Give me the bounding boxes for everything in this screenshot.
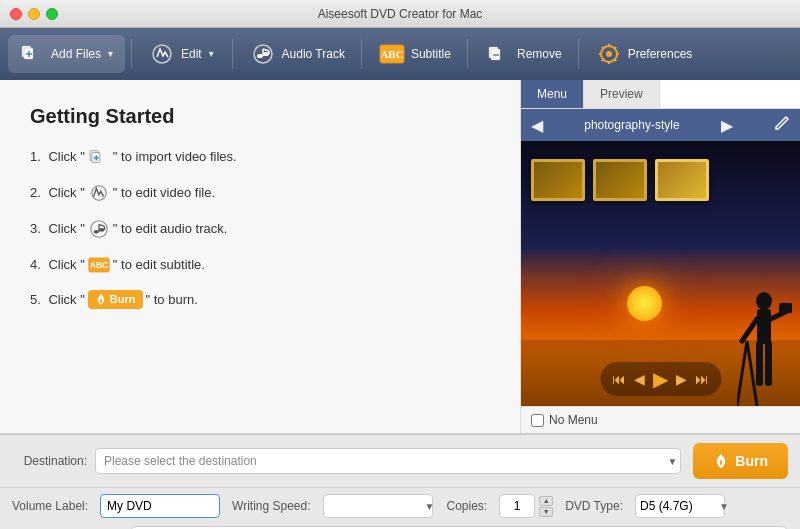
remove-icon (484, 40, 512, 68)
remove-label: Remove (517, 47, 562, 61)
main-content: Getting Started 1. Click " " to import v… (0, 80, 800, 434)
skip-forward-control[interactable]: ⏭ (695, 371, 709, 387)
copies-increment[interactable]: ▲ (539, 496, 553, 506)
preferences-label: Preferences (628, 47, 693, 61)
toolbar-divider-4 (467, 39, 468, 69)
svg-line-34 (99, 224, 104, 226)
subtitle-icon: ABC (378, 40, 406, 68)
preview-scene: ⏮ ◀ ▶ ▶ ⏭ (521, 141, 800, 406)
getting-started-title: Getting Started (30, 105, 490, 128)
rewind-control[interactable]: ◀ (634, 371, 645, 387)
step-4-prefix: Click " (45, 256, 85, 274)
burn-badge: Burn (88, 290, 143, 309)
destination-label: Destination: (12, 454, 87, 468)
play-control[interactable]: ▶ (653, 367, 668, 391)
copies-decrement[interactable]: ▼ (539, 507, 553, 517)
svg-point-30 (92, 186, 106, 200)
preview-image-area: ⏮ ◀ ▶ ▶ ⏭ (521, 141, 800, 406)
add-files-label: Add Files (51, 47, 101, 61)
svg-point-36 (99, 228, 104, 232)
svg-point-10 (263, 52, 269, 56)
step-2-suffix: " to edit video file. (113, 184, 215, 202)
getting-started-panel: Getting Started 1. Click " " to import v… (0, 80, 520, 433)
subtitle-button[interactable]: ABC Subtitle (368, 36, 461, 72)
add-files-icon (18, 40, 46, 68)
svg-rect-40 (757, 309, 771, 344)
step-3-num: 3. (30, 220, 41, 238)
burn-flame-icon (713, 453, 729, 469)
step-5-num: 5. (30, 291, 41, 309)
step-4-icon: ABC (88, 254, 110, 276)
no-menu-label: No Menu (549, 413, 598, 427)
volume-label: Volume Label: (12, 499, 88, 513)
step-1-icon (88, 146, 110, 168)
photographer-silhouette (737, 291, 792, 406)
maximize-button[interactable] (46, 8, 58, 20)
sun (627, 286, 662, 321)
svg-rect-41 (756, 341, 763, 386)
edit-icon (148, 40, 176, 68)
step-1-num: 1. (30, 148, 41, 166)
tab-menu[interactable]: Menu (521, 80, 584, 108)
minimize-button[interactable] (28, 8, 40, 20)
step-4-num: 4. (30, 256, 41, 274)
preview-nav: ◀ photography-style ▶ (521, 109, 800, 141)
step-1: 1. Click " " to import video files. (30, 146, 490, 168)
step-3: 3. Click " " to edit audio track. (30, 218, 490, 240)
no-menu-row: No Menu (521, 406, 800, 433)
title-bar: Aiseesoft DVD Creator for Mac (0, 0, 800, 28)
window-controls (10, 8, 58, 20)
nav-prev-arrow[interactable]: ◀ (531, 116, 543, 135)
toolbar-divider-3 (361, 39, 362, 69)
preview-panel: Menu Preview ◀ photography-style ▶ (520, 80, 800, 433)
nav-next-arrow[interactable]: ▶ (721, 116, 733, 135)
step-5-suffix: " to burn. (146, 291, 198, 309)
burn-button[interactable]: Burn (693, 443, 788, 479)
capacity-row: Estimated Capacity: 0.5GB 1G 1.5GB 2GB 2… (0, 524, 800, 529)
svg-point-39 (756, 292, 772, 310)
svg-rect-42 (765, 341, 772, 386)
svg-line-47 (747, 341, 757, 406)
step-5-prefix: Click " (45, 291, 85, 309)
svg-point-32 (93, 230, 98, 234)
add-files-button[interactable]: Add Files ▼ (8, 35, 125, 73)
svg-line-46 (737, 341, 747, 406)
copies-label: Copies: (446, 499, 487, 513)
svg-line-8 (263, 49, 269, 51)
close-button[interactable] (10, 8, 22, 20)
dvd-type-label: DVD Type: (565, 499, 623, 513)
no-menu-checkbox[interactable] (531, 414, 544, 427)
step-2-num: 2. (30, 184, 41, 202)
photo-frame-2 (593, 159, 647, 201)
preferences-button[interactable]: Preferences (585, 36, 703, 72)
photo-frame-3 (655, 159, 709, 201)
svg-line-43 (742, 319, 757, 341)
dvd-type-select[interactable]: D5 (4.7G) (635, 494, 725, 518)
audio-track-icon (249, 40, 277, 68)
svg-point-17 (606, 51, 612, 57)
edit-button[interactable]: Edit ▼ (138, 36, 226, 72)
writing-speed-select[interactable] (323, 494, 433, 518)
nav-title: photography-style (584, 118, 679, 132)
burn-label: Burn (735, 453, 768, 469)
tab-preview[interactable]: Preview (584, 80, 660, 108)
step-2: 2. Click " " to edit video file. (30, 182, 490, 204)
add-files-dropdown-arrow: ▼ (106, 49, 115, 59)
nav-edit-icon[interactable] (774, 115, 790, 135)
photo-frame-1 (531, 159, 585, 201)
preview-tabs: Menu Preview (521, 80, 800, 109)
toolbar-divider-1 (131, 39, 132, 69)
copies-group: ▲ ▼ (499, 494, 553, 518)
svg-text:ABC: ABC (90, 260, 109, 270)
audio-track-button[interactable]: Audio Track (239, 36, 355, 72)
copies-input[interactable] (499, 494, 535, 518)
forward-control[interactable]: ▶ (676, 371, 687, 387)
volume-input[interactable] (100, 494, 220, 518)
toolbar: Add Files ▼ Edit ▼ Audio Track (0, 28, 800, 80)
remove-button[interactable]: Remove (474, 36, 572, 72)
skip-back-control[interactable]: ⏮ (612, 371, 626, 387)
preferences-icon (595, 40, 623, 68)
step-3-suffix: " to edit audio track. (113, 220, 227, 238)
destination-select[interactable]: Please select the destination (95, 448, 681, 474)
svg-rect-45 (779, 303, 792, 313)
